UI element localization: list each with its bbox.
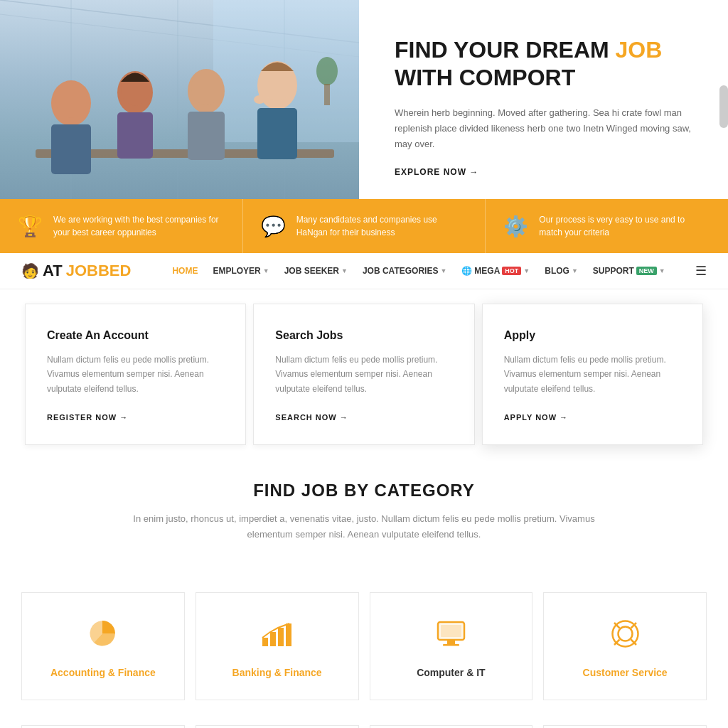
monitor-icon bbox=[385, 618, 518, 656]
svg-rect-22 bbox=[262, 638, 268, 646]
features-banner: 🏆 We are working with the best companies… bbox=[0, 199, 728, 253]
banking-finance-label: Banking & Finance bbox=[210, 667, 344, 678]
computer-it-label: Computer & IT bbox=[385, 667, 518, 678]
search-jobs-title: Search Jobs bbox=[275, 329, 452, 342]
bar-chart-icon bbox=[210, 618, 344, 656]
scrollbar[interactable] bbox=[719, 85, 728, 128]
category-accounting-finance[interactable]: Accounting & Finance bbox=[21, 592, 185, 700]
svg-rect-23 bbox=[270, 632, 276, 646]
nav-job-seeker[interactable]: JOB SEEKER ▼ bbox=[279, 262, 353, 279]
svg-rect-25 bbox=[286, 623, 291, 646]
svg-rect-28 bbox=[447, 640, 455, 645]
accounting-finance-label: Accounting & Finance bbox=[36, 667, 170, 678]
nav-job-categories[interactable]: JOB CATEGORIES ▼ bbox=[357, 262, 452, 279]
employer-dropdown-arrow: ▼ bbox=[263, 267, 269, 274]
create-account-card: Create An Account Nullam dictum felis eu… bbox=[25, 304, 246, 445]
banner-text-3: Our process is very easy to use and to m… bbox=[539, 213, 710, 239]
create-account-title: Create An Account bbox=[47, 329, 224, 342]
logo[interactable]: 🧑 AT JOBBED bbox=[21, 262, 131, 280]
category-section: FIND JOB BY CATEGORY In enim justo, rhon… bbox=[0, 445, 728, 592]
hero-description: Wherein herb beginning. Moved after gath… bbox=[395, 105, 700, 152]
banner-item-1: 🏆 We are working with the best companies… bbox=[0, 199, 243, 253]
svg-point-32 bbox=[618, 627, 632, 641]
globe-icon: 🌐 bbox=[461, 266, 472, 276]
search-jobs-card: Search Jobs Nullam dictum felis eu pede … bbox=[253, 304, 474, 445]
nav-home[interactable]: HOME bbox=[166, 262, 203, 279]
category-bottom-2[interactable] bbox=[196, 725, 359, 728]
svg-rect-17 bbox=[257, 108, 297, 159]
logo-icon: 🧑 bbox=[21, 262, 39, 279]
new-badge: NEW bbox=[636, 267, 657, 275]
banner-item-2: 💬 Many candidates and companies use HaNg… bbox=[243, 199, 486, 253]
apply-desc: Nullam dictum felis eu pede mollis preti… bbox=[504, 353, 681, 396]
customer-service-label: Customer Service bbox=[558, 667, 692, 678]
hero-image bbox=[0, 0, 359, 199]
job-categories-grid-bottom bbox=[0, 725, 728, 728]
hero-section: FIND YOUR DREAM JOB WITH COMPORT Wherein… bbox=[0, 0, 728, 199]
svg-rect-8 bbox=[51, 124, 91, 174]
trophy-icon: 🏆 bbox=[18, 215, 43, 238]
logo-jobbed: JOBBED bbox=[66, 262, 132, 280]
category-banking-finance[interactable]: Banking & Finance bbox=[196, 592, 359, 700]
hamburger-menu[interactable]: ☰ bbox=[695, 263, 707, 279]
apply-title: Apply bbox=[504, 329, 681, 342]
hero-title-highlight: JOB bbox=[616, 37, 663, 63]
svg-rect-21 bbox=[324, 84, 330, 105]
svg-point-9 bbox=[55, 81, 87, 118]
hero-title-end: WITH COMPORT bbox=[395, 65, 575, 90]
nav-blog[interactable]: BLOG ▼ bbox=[539, 262, 584, 279]
hero-content: FIND YOUR DREAM JOB WITH COMPORT Wherein… bbox=[359, 0, 728, 199]
hero-title-start: FIND YOUR DREAM bbox=[395, 37, 616, 63]
svg-rect-30 bbox=[441, 625, 461, 637]
svg-point-15 bbox=[191, 70, 221, 105]
navbar: 🧑 AT JOBBED HOME EMPLOYER ▼ JOB SEEKER ▼… bbox=[0, 253, 728, 289]
hero-title: FIND YOUR DREAM JOB WITH COMPORT bbox=[395, 36, 700, 91]
category-bottom-3[interactable] bbox=[370, 725, 533, 728]
nav-mega[interactable]: 🌐 MEGA HOT ▼ bbox=[456, 262, 535, 279]
svg-rect-11 bbox=[117, 112, 153, 159]
svg-rect-29 bbox=[443, 644, 459, 646]
svg-point-19 bbox=[254, 95, 265, 104]
banner-item-3: ⚙️ Our process is very easy to use and t… bbox=[486, 199, 728, 253]
category-computer-it[interactable]: Computer & IT bbox=[370, 592, 533, 700]
how-it-works-section: Create An Account Nullam dictum felis eu… bbox=[0, 304, 728, 445]
search-now-link[interactable]: SEARCH NOW → bbox=[275, 413, 348, 422]
banner-text-1: We are working with the best companies f… bbox=[53, 213, 225, 239]
category-bottom-1[interactable] bbox=[21, 725, 185, 728]
pie-chart-icon bbox=[36, 618, 170, 656]
chat-icon: 💬 bbox=[261, 215, 286, 238]
nav-employer[interactable]: EMPLOYER ▼ bbox=[207, 262, 274, 279]
logo-at: AT bbox=[43, 262, 63, 280]
category-section-title: FIND JOB BY CATEGORY bbox=[21, 481, 707, 500]
apply-card: Apply Nullam dictum felis eu pede mollis… bbox=[482, 304, 703, 445]
job-categories-grid: Accounting & Finance Banking & Finance bbox=[0, 592, 728, 714]
search-jobs-desc: Nullam dictum felis eu pede mollis preti… bbox=[275, 353, 452, 396]
mega-dropdown-arrow: ▼ bbox=[523, 267, 530, 274]
jobseeker-dropdown-arrow: ▼ bbox=[341, 267, 348, 274]
category-customer-service[interactable]: Customer Service bbox=[543, 592, 707, 700]
svg-rect-24 bbox=[278, 628, 284, 646]
gear-icon: ⚙️ bbox=[503, 215, 528, 238]
nav-links: HOME EMPLOYER ▼ JOB SEEKER ▼ JOB CATEGOR… bbox=[166, 262, 674, 279]
hot-badge: HOT bbox=[502, 267, 521, 275]
life-ring-icon bbox=[558, 618, 692, 656]
category-section-desc: In enim justo, rhoncus ut, imperdiet a, … bbox=[115, 511, 613, 542]
support-dropdown-arrow: ▼ bbox=[659, 267, 665, 274]
nav-support[interactable]: SUPPORT NEW ▼ bbox=[587, 262, 671, 279]
register-now-link[interactable]: REGISTER NOW → bbox=[47, 413, 128, 422]
svg-rect-14 bbox=[188, 112, 225, 160]
apply-now-link[interactable]: APPLY NOW → bbox=[504, 413, 568, 422]
categories-dropdown-arrow: ▼ bbox=[440, 267, 446, 274]
banner-text-2: Many candidates and companies use HaNgan… bbox=[296, 213, 468, 239]
category-bottom-4[interactable] bbox=[543, 725, 707, 728]
svg-point-20 bbox=[316, 57, 338, 85]
blog-dropdown-arrow: ▼ bbox=[572, 267, 578, 274]
create-account-desc: Nullam dictum felis eu pede mollis preti… bbox=[47, 353, 224, 396]
explore-now-link[interactable]: EXPLORE NOW → bbox=[395, 167, 700, 177]
